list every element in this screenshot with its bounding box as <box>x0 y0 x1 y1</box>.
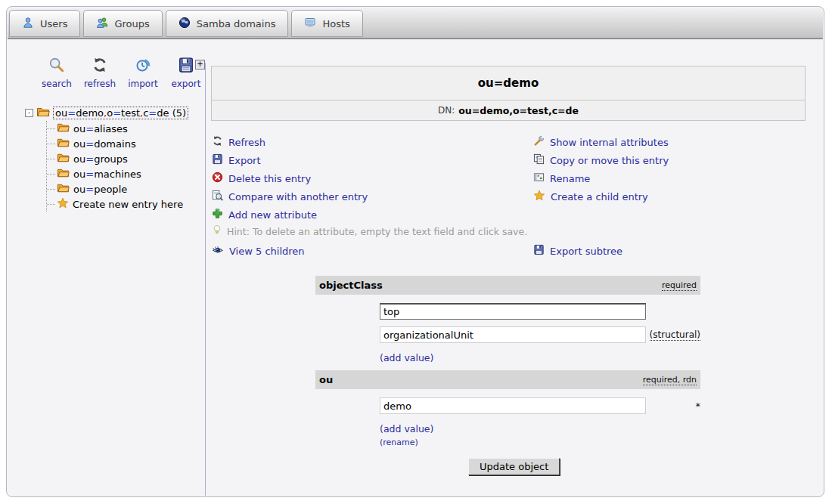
create-child-label[interactable]: Create a child entry <box>551 191 648 203</box>
refresh-icon <box>92 57 108 76</box>
action-column-right: Show internal attributes Copy or move th… <box>533 133 669 206</box>
green-plus-icon <box>212 208 223 221</box>
tree-node-label[interactable]: ou=groups <box>73 153 128 165</box>
lightbulb-icon <box>212 224 222 238</box>
refresh-label: refresh <box>84 79 116 89</box>
tree-node-label[interactable]: ou=machines <box>73 169 141 180</box>
compare-link-label[interactable]: Compare with another entry <box>228 191 368 203</box>
rename-label[interactable]: Rename <box>550 173 590 184</box>
copy-icon <box>533 153 545 167</box>
folder-icon <box>57 167 70 181</box>
ou-add-value-link[interactable]: (add value) <box>380 423 433 434</box>
tree-root-label[interactable]: ou=demo,o=test,c=de (5) <box>53 107 188 119</box>
rename-entry-link[interactable]: Rename <box>533 169 669 187</box>
export-subtree-label[interactable]: Export subtree <box>550 246 622 257</box>
attribute-name: ou <box>319 374 333 385</box>
collapse-icon[interactable]: - <box>25 109 33 117</box>
hint-row: Hint: To delete an attribute, empty the … <box>212 224 527 238</box>
objectclass-add-value-link[interactable]: (add value) <box>380 352 433 363</box>
open-folder-icon <box>36 106 50 120</box>
user-icon <box>22 17 34 31</box>
tree-create-new-entry[interactable]: Create new entry here <box>47 196 188 212</box>
export-link-label[interactable]: Export <box>228 155 261 166</box>
attribute-flags[interactable]: required, rdn <box>643 375 697 385</box>
value-row <box>380 303 700 320</box>
app-window: Users Groups Samba domains Hosts s <box>6 6 824 497</box>
refresh-button[interactable]: refresh <box>83 57 116 89</box>
update-object-button[interactable]: Update object <box>468 458 560 475</box>
view-children-link[interactable]: View 5 children <box>212 242 305 260</box>
tree-node-machines[interactable]: ou=machines <box>47 166 188 181</box>
search-button[interactable]: search <box>40 57 73 89</box>
folder-icon <box>57 182 70 196</box>
tree-node-groups[interactable]: ou=groups <box>47 151 188 166</box>
delete-entry-link[interactable]: Delete this entry <box>212 169 368 187</box>
group-icon <box>96 17 108 31</box>
view-children-row: View 5 children <box>212 242 305 260</box>
search-icon <box>48 57 65 76</box>
tree-children: ou=aliases ou=domains ou=groups ou=machi… <box>46 121 188 212</box>
floppy-icon <box>533 244 545 258</box>
objectclass-value-2-input[interactable] <box>380 326 646 343</box>
tab-groups[interactable]: Groups <box>83 10 162 37</box>
tree-node-label[interactable]: ou=people <box>73 184 127 195</box>
dn-value: ou=demo,o=test,c=de <box>458 105 579 116</box>
add-value-row: (add value) <box>380 423 700 434</box>
add-attribute-label[interactable]: Add new attribute <box>228 209 317 221</box>
import-button[interactable]: import <box>126 57 160 89</box>
eye-icon <box>212 244 224 258</box>
refresh-entry-link[interactable]: Refresh <box>212 133 368 151</box>
entry-title: ou=demo <box>212 66 805 100</box>
monitor-icon <box>304 17 316 31</box>
export-subtree-link[interactable]: Export subtree <box>533 242 622 260</box>
attribute-body-ou: * (add value) (rename) <box>315 397 700 447</box>
entry-dn-row: DN: ou=demo,o=test,c=de <box>212 100 805 120</box>
floppy-icon <box>212 153 223 167</box>
attribute-flags[interactable]: required <box>662 280 697 291</box>
tab-hosts[interactable]: Hosts <box>291 10 362 37</box>
create-child-entry-link[interactable]: Create a child entry <box>533 187 669 206</box>
sidebar-divider <box>205 63 206 496</box>
tree-node-label[interactable]: ou=aliases <box>73 123 128 135</box>
export-entry-link[interactable]: Export <box>212 151 368 169</box>
attribute-header-ou: ou required, rdn <box>315 370 700 389</box>
structural-note[interactable]: (structural) <box>650 329 700 341</box>
show-internal-attributes-link[interactable]: Show internal attributes <box>533 133 669 151</box>
tab-label: Groups <box>114 18 149 29</box>
tab-users[interactable]: Users <box>9 10 80 37</box>
copy-move-label[interactable]: Copy or move this entry <box>550 155 669 166</box>
rename-row: (rename) <box>380 438 700 447</box>
view-children-label[interactable]: View 5 children <box>229 246 305 257</box>
objectclass-value-1-input[interactable] <box>380 303 646 320</box>
show-internal-label[interactable]: Show internal attributes <box>550 137 669 148</box>
ou-value-input[interactable] <box>380 397 646 414</box>
attribute-name: objectClass <box>319 280 383 291</box>
dn-label: DN: <box>438 105 455 116</box>
delete-link-label[interactable]: Delete this entry <box>228 173 311 184</box>
export-label: export <box>172 79 201 89</box>
folder-icon <box>57 122 70 135</box>
ou-rename-link[interactable]: (rename) <box>380 438 418 447</box>
tree-create-label[interactable]: Create new entry here <box>73 199 183 210</box>
tree-node-people[interactable]: ou=people <box>47 181 188 196</box>
entry-header: ou=demo DN: ou=demo,o=test,c=de <box>211 66 806 121</box>
attribute-header-objectclass: objectClass required <box>315 276 700 295</box>
copy-move-entry-link[interactable]: Copy or move this entry <box>533 151 669 169</box>
rename-icon <box>533 172 545 185</box>
import-icon <box>135 57 151 76</box>
expand-tree-button[interactable]: + <box>195 60 205 70</box>
refresh-icon <box>212 135 223 149</box>
tab-samba-domains[interactable]: Samba domains <box>166 10 289 37</box>
action-column-left: Refresh Export Delete this entry Compare… <box>212 133 368 224</box>
tree-root-node[interactable]: - ou=demo,o=test,c=de (5) <box>25 105 188 121</box>
tree-node-label[interactable]: ou=domains <box>73 138 136 150</box>
refresh-link-label[interactable]: Refresh <box>228 137 265 148</box>
compare-entry-link[interactable]: Compare with another entry <box>212 187 368 206</box>
tab-label: Users <box>40 18 67 29</box>
tree-node-aliases[interactable]: ou=aliases <box>47 121 188 136</box>
folder-icon <box>57 152 70 165</box>
add-attribute-link[interactable]: Add new attribute <box>212 206 368 224</box>
tab-bar: Users Groups Samba domains Hosts <box>9 10 363 37</box>
tree-node-domains[interactable]: ou=domains <box>47 136 188 151</box>
floppy-icon <box>178 57 194 76</box>
